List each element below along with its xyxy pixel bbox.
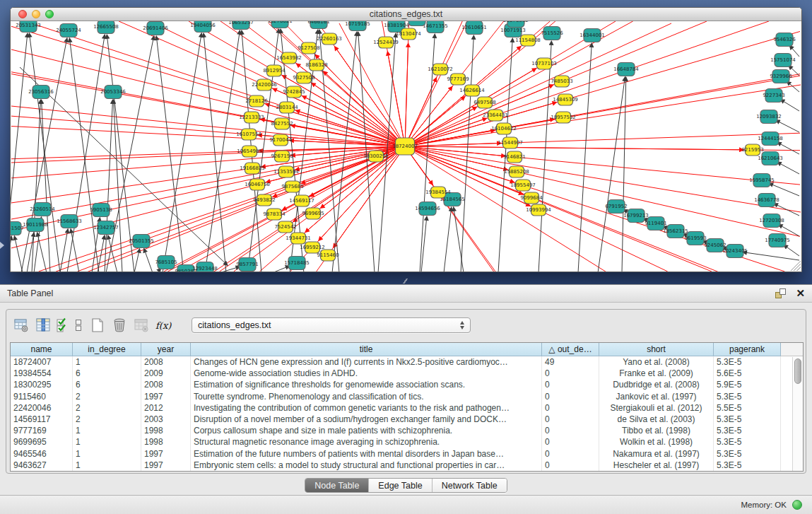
table-selector-dropdown[interactable]: citations_edges.txt	[192, 317, 471, 333]
panel-collapse-handle[interactable]	[0, 242, 4, 249]
column-header-title[interactable]: title	[191, 343, 542, 356]
table-row[interactable]: 2242004622012Investigating the contribut…	[11, 402, 803, 414]
column-header-short[interactable]: short	[599, 343, 714, 356]
table-cell: 5.3E-5	[714, 414, 781, 425]
graph-node-label: 6497568	[473, 100, 495, 105]
zoom-window-icon[interactable]	[45, 10, 54, 18]
table-cell: 1997	[141, 391, 191, 402]
citation-edge-black	[461, 35, 473, 271]
graph-node-label: 12665508	[93, 24, 119, 30]
table-mode-icon[interactable]	[12, 316, 30, 334]
table-cell: 2	[73, 414, 141, 425]
citation-edge-black	[784, 245, 799, 256]
vertical-scrollbar[interactable]	[792, 357, 803, 471]
table-cell: 9115460	[11, 391, 73, 402]
citation-edge-black	[272, 266, 290, 271]
citation-edge-red-arrow	[405, 146, 507, 170]
tab-node-table[interactable]: Node Table	[305, 479, 369, 492]
minimize-window-icon[interactable]	[32, 10, 40, 18]
column-header-year[interactable]: year	[141, 343, 191, 356]
graph-node-label: 22420046	[252, 82, 277, 88]
table-cell: 0	[542, 379, 599, 390]
table-row[interactable]: 946362711997Embryonic stem cells: a mode…	[11, 460, 803, 471]
table-panel: Table Panel ✕	[0, 284, 812, 495]
table-row[interactable]: 1830029562008Estimation of significance …	[11, 379, 803, 390]
dropdown-stepper-icon	[460, 321, 464, 329]
graph-node-label: 9699695	[302, 211, 324, 216]
column-header-out_de[interactable]: △ out_de…	[542, 343, 599, 356]
graph-node-label: 7685105	[155, 259, 177, 265]
citation-edge-black	[444, 207, 452, 271]
status-bar: Memory: OK	[0, 495, 812, 514]
citation-edge-red	[11, 49, 405, 146]
column-header-name[interactable]: name	[11, 343, 73, 356]
graph-node-label: 8813054	[406, 21, 428, 22]
citation-edge-black	[421, 216, 427, 271]
column-header-in_degree[interactable]: in_degree	[73, 343, 141, 356]
import-table-disabled-icon[interactable]	[132, 316, 151, 334]
graph-node-label: 11568633	[57, 218, 82, 224]
tab-network-table[interactable]: Network Table	[433, 479, 507, 492]
graph-node-label: 19384554	[425, 189, 451, 195]
table-row[interactable]: 946554611997Estimation of the future num…	[11, 448, 803, 460]
table-cell: 5.3E-5	[714, 391, 781, 402]
function-builder-icon[interactable]: f(x)	[154, 316, 172, 334]
graph-node-label: 15718485	[284, 260, 310, 266]
citation-edge-black	[578, 43, 592, 271]
select-check-icon[interactable]	[56, 316, 69, 334]
table-row[interactable]: 977716911998Corpus callosum shape and si…	[11, 425, 803, 436]
rows-icon[interactable]	[72, 316, 85, 334]
graph-node-label: 9619593	[684, 235, 706, 241]
show-columns-icon[interactable]	[34, 316, 52, 334]
tab-edge-table[interactable]: Edge Table	[369, 479, 432, 492]
graph-node-label: 18724007	[392, 144, 418, 149]
table-row[interactable]: 1872400712008Changes of HCN gene express…	[11, 356, 803, 368]
table-selector-value: citations_edges.txt	[198, 320, 460, 330]
table-row[interactable]: 911546021997Tourette syndrome. Phenomeno…	[11, 391, 803, 402]
graph-node-label: 2718126	[245, 98, 268, 104]
table-cell: 2012	[141, 402, 191, 414]
window-resize-grip[interactable]	[791, 261, 801, 271]
table-row[interactable]: 969969511998Structural magnetic resonanc…	[11, 436, 803, 448]
column-header-pagerank[interactable]: pagerank	[714, 343, 781, 356]
splitter-grip[interactable]	[401, 279, 410, 284]
close-window-icon[interactable]	[18, 10, 27, 18]
graph-node-label: 14626614	[459, 88, 485, 93]
graph-node-label: 16799213	[623, 213, 649, 218]
network-window-titlebar[interactable]: citations_edges.txt	[11, 8, 801, 21]
graph-node-label: 16107554	[236, 132, 261, 137]
graph-node-label: 20053346	[100, 89, 126, 95]
citation-edge-red	[177, 146, 405, 271]
citation-network-graph[interactable]: 2053134324055724126655082069140619404056…	[11, 21, 801, 271]
close-panel-icon[interactable]: ✕	[796, 288, 805, 298]
graph-node-label: 8912954	[263, 68, 286, 74]
graph-node-label: 19404056	[190, 23, 216, 28]
table-header-row: namein_degreeyeartitle△ out_de…shortpage…	[11, 343, 803, 356]
graph-node-label: 18130474	[396, 31, 421, 37]
table-cell: Nakamura et al. (1997)	[599, 448, 714, 460]
table-cell: Corpus callosum shape and size in male p…	[191, 425, 542, 436]
network-canvas[interactable]: 2053134324055724126655082069140619404056…	[11, 21, 801, 271]
table-cell: 0	[542, 460, 599, 471]
graph-node-label: 18957552	[551, 115, 576, 120]
graph-node-label: 10653257	[228, 21, 254, 25]
scrollbar-thumb[interactable]	[794, 358, 801, 384]
citation-edge-black	[780, 100, 799, 111]
table-row[interactable]: 1456911722003Disruption of a novel membe…	[11, 414, 803, 425]
delete-trash-icon[interactable]	[110, 316, 129, 334]
table-row[interactable]: 1938455462009Genome-wide association stu…	[11, 368, 803, 379]
table-cell: 1	[73, 356, 141, 368]
graph-node-label: 14594656	[415, 206, 440, 211]
graph-node-label: 9170044	[269, 137, 292, 143]
graph-node-label: 15885208	[504, 169, 529, 175]
graph-node-label: 20876532	[503, 21, 529, 23]
float-panel-icon[interactable]	[775, 288, 786, 298]
graph-node-label: 23364431	[483, 112, 508, 118]
new-column-icon[interactable]	[88, 316, 107, 334]
citation-edge-red	[405, 146, 721, 271]
graph-node-label: 11544907	[498, 140, 523, 146]
graph-node-label: 9361507	[11, 226, 24, 231]
table-cell: 9699695	[11, 436, 73, 448]
graph-node-label: 9115460	[317, 252, 339, 258]
graph-node-label: 10993994	[526, 207, 551, 213]
